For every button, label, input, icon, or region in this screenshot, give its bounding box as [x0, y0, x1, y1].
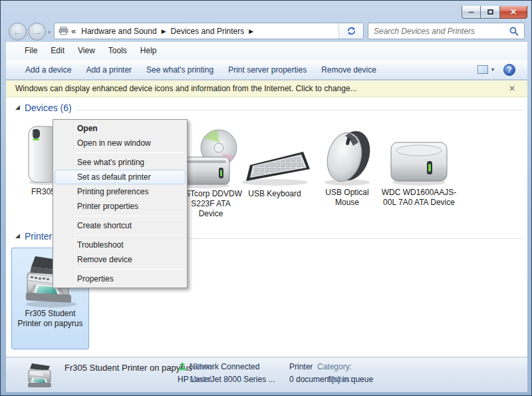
command-toolbar: Add a device Add a printer See what's pr… [6, 59, 527, 80]
context-menu-separator [76, 235, 184, 236]
context-menu-item-properties[interactable]: Properties [55, 272, 186, 286]
notification-close-icon[interactable]: ✕ [506, 84, 518, 93]
devices-group-header[interactable]: ◢ Devices (6) [15, 102, 72, 113]
see-whats-printing-button[interactable]: See what's printing [139, 62, 221, 78]
close-button[interactable]: ✕ [500, 6, 527, 19]
breadcrumb-overflow-chevron[interactable]: « [68, 26, 78, 36]
context-menu: Open Open in new window See what's print… [53, 119, 188, 288]
details-state-row: State: Network Connected [174, 362, 259, 371]
context-menu-separator [76, 269, 184, 270]
refresh-icon [346, 26, 356, 36]
context-menu-item-see-whats-printing[interactable]: See what's printing [55, 155, 186, 170]
devices-and-printers-window: ✕ ← → ▾ « Hardware and Sound ▶ Devices a… [0, 0, 532, 396]
device-label: WDC WD1600AAJS-00L 7A0 ATA Device [380, 188, 458, 208]
maximize-button[interactable] [481, 6, 500, 19]
help-button[interactable]: ? [503, 64, 515, 76]
minimize-icon [468, 11, 474, 13]
hard-drive-icon [388, 136, 450, 186]
device-tile-usb-optical-mouse[interactable]: USB Optical Mouse [315, 128, 379, 208]
printer-small-icon [26, 361, 55, 390]
breadcrumb-separator-icon[interactable]: ▶ [160, 28, 168, 35]
status-label: Status: [285, 375, 352, 384]
minimize-button[interactable] [462, 6, 481, 19]
menu-bar: File Edit View Tools Help [6, 42, 527, 59]
search-input[interactable] [368, 27, 509, 36]
context-menu-item-create-shortcut[interactable]: Create shortcut [55, 218, 186, 233]
device-tile-wdc-hard-drive[interactable]: WDC WD1600AAJS-00L 7A0 ATA Device [380, 136, 458, 209]
back-button[interactable]: ← [9, 23, 27, 41]
forward-arrow-icon: → [32, 26, 42, 37]
notification-text[interactable]: Windows can display enhanced device icon… [15, 84, 506, 93]
details-status-row: Status: 0 document(s) in queue [285, 375, 373, 384]
window-bottom-frame [1, 392, 532, 396]
views-dropdown-icon: ▾ [491, 67, 494, 73]
add-a-printer-button[interactable]: Add a printer [78, 62, 139, 78]
context-menu-item-open[interactable]: Open [55, 121, 186, 136]
breadcrumb-item-devices-and-printers[interactable]: Devices and Printers [168, 27, 247, 36]
menu-help[interactable]: Help [134, 43, 164, 58]
group-divider [77, 110, 523, 110]
back-arrow-icon: ← [13, 26, 23, 37]
printers-group-header[interactable]: ◢ Printers [15, 231, 57, 242]
recent-pages-dropdown[interactable]: ▾ [48, 29, 51, 35]
context-menu-item-remove-device[interactable]: Remove device [55, 252, 186, 267]
help-icon: ? [507, 65, 511, 75]
context-menu-item-troubleshoot[interactable]: Troubleshoot [55, 238, 186, 252]
mouse-icon [317, 128, 377, 186]
address-bar[interactable]: « Hardware and Sound ▶ Devices and Print… [54, 23, 364, 39]
details-category-row: Category: Printer [285, 362, 313, 371]
notification-bar[interactable]: Windows can display enhanced device icon… [6, 81, 527, 97]
group-expander-icon[interactable]: ◢ [15, 232, 20, 239]
location-printer-icon [55, 27, 68, 35]
refresh-button[interactable] [338, 23, 363, 39]
menu-file[interactable]: File [18, 43, 44, 58]
devices-group-title: Devices (6) [25, 102, 72, 113]
context-menu-item-open-in-new-window[interactable]: Open in new window [55, 136, 186, 150]
menu-edit[interactable]: Edit [44, 43, 71, 58]
close-icon: ✕ [510, 8, 517, 16]
change-view-button[interactable]: ▾ [477, 65, 494, 74]
remove-device-button[interactable]: Remove device [314, 62, 384, 78]
menu-view[interactable]: View [71, 43, 102, 58]
context-menu-separator [76, 152, 184, 153]
details-model-row: Model: HP LaserJet 8000 Series ... [174, 375, 275, 384]
breadcrumb-item-hardware-and-sound[interactable]: Hardware and Sound [78, 27, 159, 36]
model-label: Model: [174, 375, 213, 384]
printers-group-title: Printers [25, 231, 57, 242]
device-label: USB Optical Mouse [321, 188, 374, 208]
group-expander-icon[interactable]: ◢ [15, 104, 20, 110]
state-label: State: [174, 362, 213, 371]
device-label: SSTcorp DDVDW S223F ATA Device [179, 189, 243, 219]
add-a-device-button[interactable]: Add a device [18, 62, 78, 78]
print-server-properties-button[interactable]: Print server properties [221, 62, 314, 78]
views-icon [477, 65, 488, 74]
category-label: Category: [285, 362, 352, 371]
forward-button[interactable]: → [28, 23, 46, 41]
device-label: USB Keyboard [235, 189, 315, 199]
breadcrumb-separator-icon[interactable]: ▶ [247, 28, 255, 35]
window-controls: ✕ [462, 6, 527, 19]
device-tile-usb-keyboard[interactable]: USB Keyboard [235, 137, 315, 204]
maximize-icon [487, 9, 493, 15]
context-menu-item-set-as-default-printer[interactable]: Set as default printer [55, 170, 186, 184]
printer-label: Fr305 Student Printer on papyrus [17, 309, 83, 329]
search-icon[interactable] [509, 27, 524, 36]
keyboard-icon [238, 146, 311, 186]
search-box [368, 23, 525, 39]
context-menu-item-printer-properties[interactable]: Printer properties [55, 199, 186, 214]
menu-tools[interactable]: Tools [102, 43, 134, 58]
context-menu-item-printing-preferences[interactable]: Printing preferences [55, 184, 186, 199]
details-pane: Fr305 Student Printer on papyrus State: … [6, 357, 527, 392]
context-menu-separator [76, 216, 184, 216]
